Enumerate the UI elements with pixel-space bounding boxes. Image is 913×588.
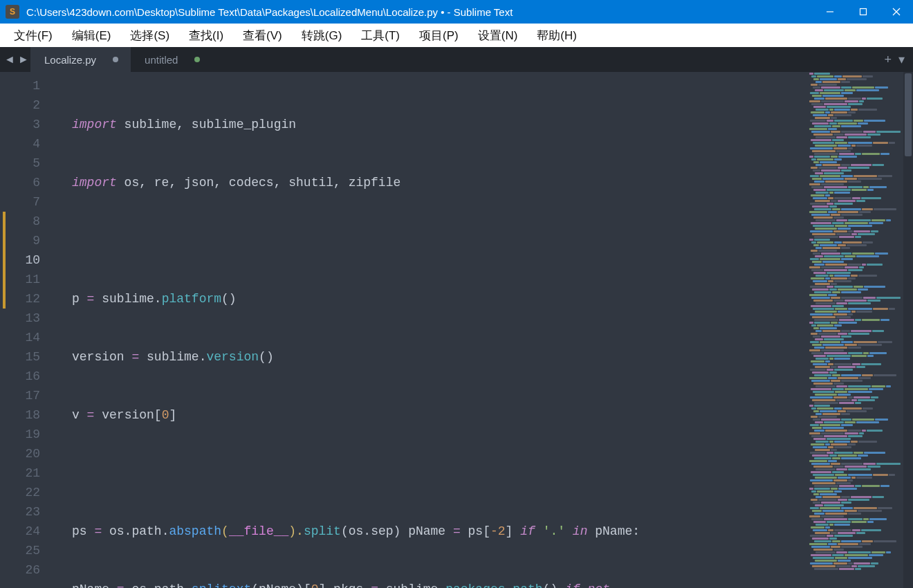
minimap[interactable]	[806, 72, 903, 588]
tab-localize[interactable]: Localize.py	[30, 47, 131, 72]
line-number[interactable]: 26	[3, 560, 57, 580]
nav-back-button[interactable]: ◄	[3, 47, 17, 72]
menu-view[interactable]: 查看(V)	[233, 25, 292, 46]
menu-find[interactable]: 查找(I)	[179, 25, 233, 46]
line-number[interactable]: 14	[3, 328, 57, 347]
code-area[interactable]: import sublime, sublime_plugin import os…	[57, 72, 806, 588]
line-number[interactable]: 18	[3, 405, 57, 425]
line-number[interactable]: 20	[3, 444, 57, 463]
tab-list-button[interactable]: ▾	[898, 52, 905, 67]
menu-tools[interactable]: 工具(T)	[351, 25, 409, 46]
tab-label: untitled	[145, 54, 178, 66]
tab-label: Localize.py	[44, 54, 96, 66]
line-number[interactable]: 6	[3, 173, 57, 192]
line-number[interactable]: 5	[3, 154, 57, 173]
editor: 1234567891011121314151617181920212223242…	[0, 72, 913, 588]
line-number[interactable]: 8	[3, 212, 57, 231]
line-number[interactable]: 13	[3, 309, 57, 328]
menu-help[interactable]: 帮助(H)	[527, 25, 587, 46]
close-button[interactable]	[880, 0, 913, 24]
scrollbar-thumb[interactable]	[905, 73, 912, 156]
line-number[interactable]: 4	[3, 134, 57, 154]
line-number[interactable]: 12	[3, 289, 57, 309]
svg-rect-1	[860, 9, 867, 15]
maximize-button[interactable]	[847, 0, 880, 24]
line-number[interactable]: 3	[3, 115, 57, 134]
line-number[interactable]: 2	[3, 95, 57, 115]
window-titlebar: S C:\Users\423down.com\Desktop\Sublime T…	[0, 0, 913, 24]
menu-prefs[interactable]: 设置(N)	[468, 25, 528, 46]
app-icon: S	[6, 5, 19, 19]
menu-edit[interactable]: 编辑(E)	[62, 25, 121, 46]
window-title: C:\Users\423down.com\Desktop\Sublime Tex…	[26, 6, 813, 18]
line-number[interactable]: 24	[3, 522, 57, 541]
menubar: 文件(F) 编辑(E) 选择(S) 查找(I) 查看(V) 转跳(G) 工具(T…	[0, 24, 913, 47]
line-number[interactable]: 17	[3, 386, 57, 405]
line-number[interactable]: 11	[3, 270, 57, 289]
line-number[interactable]: 1	[3, 76, 57, 95]
line-number[interactable]: 21	[3, 463, 57, 483]
nav-forward-button[interactable]: ►	[17, 47, 30, 72]
modified-mark-icon	[3, 212, 6, 309]
line-number[interactable]: 25	[3, 541, 57, 560]
menu-goto[interactable]: 转跳(G)	[292, 25, 352, 46]
vertical-scrollbar[interactable]	[903, 72, 913, 588]
menu-file[interactable]: 文件(F)	[4, 25, 62, 46]
line-number[interactable]: 9	[3, 231, 57, 250]
line-number[interactable]: 10	[3, 250, 57, 270]
line-number[interactable]: 7	[3, 192, 57, 212]
line-number[interactable]: 22	[3, 483, 57, 502]
tab-untitled[interactable]: untitled	[131, 47, 212, 72]
dirty-indicator-icon	[194, 57, 200, 62]
new-tab-button[interactable]: +	[884, 53, 892, 67]
tab-controls: + ▾	[884, 47, 913, 72]
line-number[interactable]: 23	[3, 502, 57, 522]
minimize-button[interactable]	[813, 0, 847, 24]
tabbar: ◄ ► Localize.py untitled + ▾	[0, 47, 913, 72]
dirty-indicator-icon	[113, 57, 118, 62]
line-number[interactable]: 15	[3, 347, 57, 367]
menu-select[interactable]: 选择(S)	[120, 25, 179, 46]
line-gutter[interactable]: 1234567891011121314151617181920212223242…	[0, 72, 57, 588]
line-number[interactable]: 19	[3, 425, 57, 444]
menu-project[interactable]: 项目(P)	[409, 25, 468, 46]
line-number[interactable]: 16	[3, 367, 57, 386]
